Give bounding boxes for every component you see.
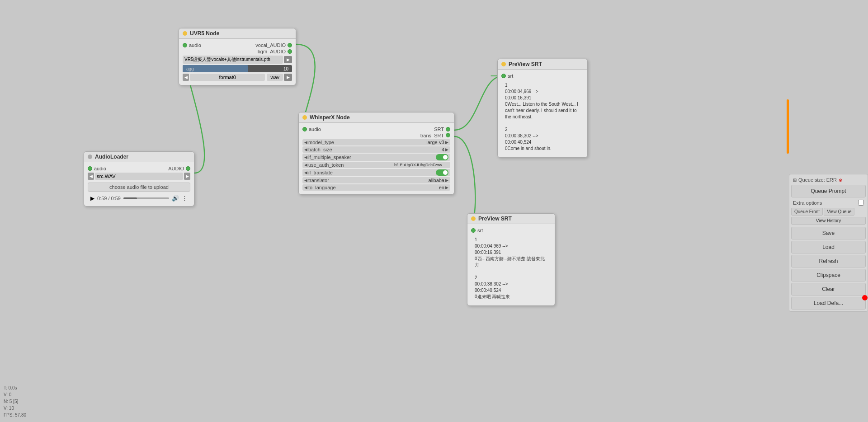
audioloader-file-row: ◀ src.WAV ▶ [88, 173, 190, 180]
orange-accent-bar [787, 99, 789, 154]
extra-options-label: Extra options [793, 200, 822, 206]
field-arrow-right-6[interactable]: ▶ [445, 178, 448, 183]
uvr5-agg-row: agg 10 [183, 65, 292, 72]
queue-size-label: ⊞ Queue size: ERR ⊗ [791, 176, 866, 183]
preview-srt-top-header: PreView SRT [498, 59, 587, 70]
whisperx-node: WhisperX Node audio SRT trans_SRT ◀ m [298, 112, 454, 195]
choose-audio-btn[interactable]: choose audio file to upload [88, 183, 190, 192]
audioloader-port-row: audio AUDIO [88, 166, 190, 171]
more-options-icon[interactable]: ⋮ [182, 195, 188, 202]
whisperx-audio-in[interactable] [302, 127, 307, 131]
whisperx-audio-label: audio [309, 127, 321, 132]
field-arrow-right[interactable]: ▶ [445, 140, 448, 145]
whisperx-field-model_type: ◀ model_type large-v3 ▶ [302, 139, 450, 145]
queue-front-btn[interactable]: Queue Front [791, 208, 823, 216]
audioloader-status-dot [88, 155, 92, 159]
multiple-speaker-toggle[interactable] [436, 154, 448, 160]
preview-srt-top-dot [501, 62, 506, 66]
save-btn[interactable]: Save [791, 227, 866, 239]
queue-prompt-btn[interactable]: Queue Prompt [791, 185, 866, 197]
uvr5-vocal-out-label: vocal_AUDIO [255, 42, 286, 48]
whisperx-trans-srt-out[interactable] [446, 133, 450, 137]
if-translate-toggle[interactable] [436, 169, 448, 176]
field-arrow-left[interactable]: ◀ [304, 140, 307, 145]
uvr5-format-left[interactable]: ◀ [183, 74, 189, 81]
uvr5-bgm-out[interactable] [288, 49, 292, 54]
view-queue-btn[interactable]: View Queue [824, 208, 854, 216]
audioloader-port-out: AUDIO [168, 166, 190, 171]
clear-btn[interactable]: Clear [791, 283, 866, 295]
preview-srt-bottom-in-label: srt [477, 228, 483, 233]
stat-v10: V: 10 [4, 405, 26, 412]
preview-srt-top-in[interactable] [501, 74, 506, 78]
uvr5-audio-in[interactable] [183, 43, 187, 47]
uvr5-file-path: VR5虛擬人聲vocals+其他instrumentals.pth [184, 57, 270, 62]
audio-file-label: src.WAV [97, 173, 116, 179]
whisperx-field-translator: ◀ translator alibaba ▶ [302, 177, 450, 183]
audio-arrow-right[interactable]: ▶ [184, 173, 190, 180]
view-history-btn[interactable]: View History [791, 217, 866, 225]
whisperx-trans-srt-row: trans_SRT [302, 133, 450, 138]
right-panel: ⊞ Queue size: ERR ⊗ Queue Prompt Extra o… [789, 174, 868, 312]
audio-arrow-left[interactable]: ◀ [88, 173, 94, 180]
audio-out-connector[interactable] [186, 166, 190, 171]
load-btn[interactable]: Load [791, 241, 866, 253]
uvr5-bgm-row: bgm_AUDIO [183, 49, 292, 54]
uvr5-status-dot [183, 31, 187, 36]
clipspace-btn[interactable]: Clipspace [791, 269, 866, 281]
field-arrow-left-2[interactable]: ◀ [304, 147, 307, 152]
preview-srt-bottom-in[interactable] [471, 228, 476, 233]
preview-srt-bottom-node: PreView SRT srt 1 00:00:04,969 --> 00:00… [467, 213, 555, 306]
volume-icon[interactable]: 🔊 [172, 195, 179, 202]
err-badge: ⊗ [839, 178, 842, 183]
uvr5-format-value: wav [270, 75, 279, 80]
extra-options-checkbox[interactable] [858, 200, 864, 206]
preview-srt-bottom-port: srt [471, 228, 551, 233]
load-defaults-btn[interactable]: Load Defa... [791, 297, 866, 309]
uvr5-vocal-out[interactable] [288, 43, 292, 47]
uvr5-bgm-out-label: bgm_AUDIO [258, 49, 286, 54]
audio-progress-bar[interactable] [123, 197, 169, 199]
grid-icon: ⊞ [793, 178, 797, 183]
field-arrow-left-3[interactable]: ◀ [304, 155, 307, 159]
audio-out-label: AUDIO [168, 166, 184, 171]
field-arrow-left-5[interactable]: ◀ [304, 170, 307, 175]
uvr5-format-right[interactable]: ▶ [284, 74, 292, 81]
uvr5-play-btn[interactable]: ▶ [284, 56, 292, 63]
preview-srt-bottom-header: PreView SRT [467, 214, 555, 224]
uvr5-file-row: VR5虛擬人聲vocals+其他instrumentals.pth ▶ [183, 56, 292, 64]
whisperx-field-if_translate: ◀ if_translate [302, 169, 450, 176]
play-button[interactable]: ▶ [90, 195, 94, 202]
audio-player: ▶ 0:59 / 0:59 🔊 ⋮ [88, 193, 190, 203]
whisperx-field-batch_size: ◀ batch_size 4 ▶ [302, 146, 450, 153]
preview-srt-bottom-title: PreView SRT [478, 216, 512, 222]
whisperx-field-to_language: ◀ to_language en ▶ [302, 184, 450, 191]
preview-srt-top-node: PreView SRT srt 1 00:00:04,969 --> 00:00… [497, 59, 588, 158]
field-arrow-right-7[interactable]: ▶ [445, 185, 448, 190]
whisperx-status-dot [302, 115, 307, 120]
whisperx-title: WhisperX Node [310, 114, 350, 121]
audioloader-port-in: audio [88, 166, 106, 171]
load-defaults-notification-dot [862, 295, 868, 300]
preview-srt-top-in-label: srt [508, 73, 513, 79]
audio-time: 0:59 / 0:59 [97, 196, 121, 201]
field-arrow-left-6[interactable]: ◀ [304, 178, 307, 183]
uvr5-port-row: audio vocal_AUDIO [183, 42, 292, 48]
extra-options-row: Extra options [791, 199, 866, 206]
whisperx-srt-out[interactable] [446, 127, 450, 131]
load-defaults-wrap: Load Defa... [791, 297, 866, 309]
audio-in-connector[interactable] [88, 166, 92, 171]
whisperx-field-use_auth_token: ◀ use_auth_token hf_EuUgOXJUhgDdcFzwvLlp… [302, 162, 450, 168]
field-arrow-right-2[interactable]: ▶ [445, 147, 448, 152]
field-arrow-left-7[interactable]: ◀ [304, 185, 307, 190]
stat-t: T: 0.0s [4, 384, 26, 391]
uvr5-agg-label: agg [184, 66, 194, 71]
whisperx-srt-label: SRT [434, 127, 444, 132]
uvr5-header: UVR5 Node [179, 28, 296, 39]
stat-n-v: N: 5 [5] [4, 398, 26, 405]
whisperx-header: WhisperX Node [299, 113, 454, 123]
field-arrow-left-4[interactable]: ◀ [304, 163, 307, 167]
stats-overlay: T: 0.0s V: 0 N: 5 [5] V: 10 FPS: 57.80 [4, 384, 26, 418]
refresh-btn[interactable]: Refresh [791, 255, 866, 267]
preview-srt-bottom-dot [471, 216, 476, 221]
